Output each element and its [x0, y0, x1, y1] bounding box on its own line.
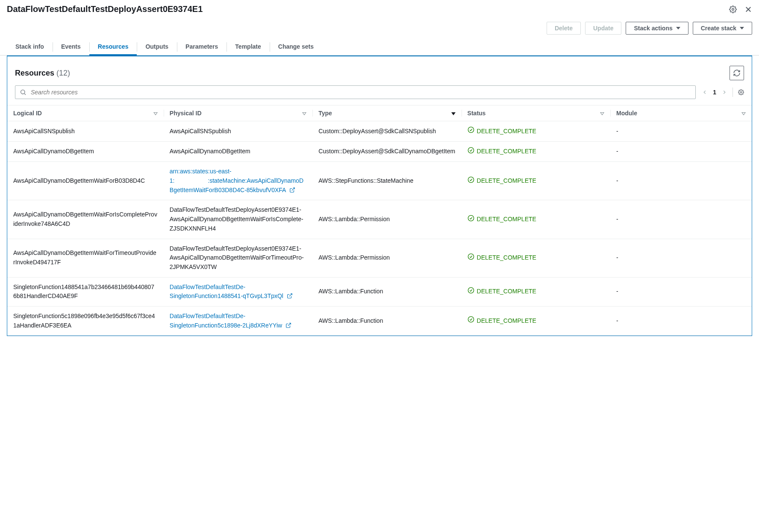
caret-down-icon — [740, 27, 744, 29]
col-physical-id-label: Physical ID — [170, 110, 202, 117]
stack-actions-label: Stack actions — [634, 25, 672, 32]
cell-status: DELETE_COMPLETE — [462, 121, 610, 142]
svg-line-12 — [289, 294, 292, 296]
tab-template[interactable]: Template — [227, 39, 269, 55]
cell-module: - — [610, 121, 752, 142]
status-text: DELETE_COMPLETE — [477, 253, 536, 263]
cell-status: DELETE_COMPLETE — [462, 277, 610, 306]
prev-page-icon[interactable] — [702, 89, 708, 95]
table-row: SingletonFunction5c1898e096fb4e3e95d5f6c… — [7, 306, 752, 335]
cell-module: - — [610, 141, 752, 162]
page-number: 1 — [713, 89, 716, 96]
cell-type: AWS::StepFunctions::StateMachine — [312, 162, 461, 200]
col-module[interactable]: Module — [610, 105, 752, 121]
status-badge: DELETE_COMPLETE — [468, 126, 536, 136]
col-module-label: Module — [616, 110, 637, 117]
table-row: AwsApiCallDynamoDBgetItemWaitForIsComple… — [7, 200, 752, 239]
cell-type: Custom::DeployAssert@SdkCallSNSpublish — [312, 121, 461, 142]
gear-icon[interactable] — [729, 6, 737, 13]
cell-logical-id: AwsApiCallDynamoDBgetItem — [7, 141, 164, 162]
cell-type: AWS::Lambda::Function — [312, 306, 461, 335]
svg-point-6 — [468, 127, 474, 132]
tab-events[interactable]: Events — [53, 39, 89, 55]
col-type-label: Type — [318, 110, 332, 117]
table-settings-icon[interactable] — [738, 89, 744, 95]
resources-count: (12) — [56, 69, 70, 77]
svg-point-10 — [468, 215, 474, 221]
col-physical-id[interactable]: Physical ID — [164, 105, 312, 121]
status-badge: DELETE_COMPLETE — [468, 253, 536, 263]
refresh-button[interactable] — [730, 66, 744, 80]
delete-button: Delete — [547, 22, 581, 35]
cell-logical-id: AwsApiCallSNSpublish — [7, 121, 164, 142]
table-row: SingletonFunction1488541a7b23466481b69b4… — [7, 277, 752, 306]
check-circle-icon — [468, 176, 474, 186]
status-text: DELETE_COMPLETE — [477, 287, 536, 296]
physical-id-link[interactable]: DataFlowTestDefaultTestDe-SingletonFunct… — [170, 313, 291, 329]
cell-logical-id: SingletonFunction5c1898e096fb4e3e95d5f6c… — [7, 306, 164, 335]
cell-logical-id: AwsApiCallDynamoDBgetItemWaitForB03D8D4C — [7, 162, 164, 200]
search-input-container[interactable] — [15, 85, 696, 99]
search-input[interactable] — [30, 88, 691, 96]
close-icon[interactable] — [744, 6, 752, 13]
resources-title-text: Resources — [15, 69, 54, 77]
divider — [733, 88, 733, 97]
status-badge: DELETE_COMPLETE — [468, 215, 536, 225]
external-link-icon — [288, 187, 295, 193]
cell-module: - — [610, 277, 752, 306]
check-circle-icon — [468, 126, 474, 136]
svg-point-5 — [740, 91, 742, 93]
tab-parameters[interactable]: Parameters — [177, 39, 227, 55]
sort-icon — [600, 112, 604, 115]
cell-physical-id[interactable]: DataFlowTestDefaultTestDe-SingletonFunct… — [164, 277, 312, 306]
cell-physical-id: AwsApiCallSNSpublish — [164, 121, 312, 142]
table-row: AwsApiCallDynamoDBgetItemWaitForB03D8D4C… — [7, 162, 752, 200]
status-text: DELETE_COMPLETE — [477, 215, 536, 224]
cell-module: - — [610, 239, 752, 277]
external-link-icon — [284, 322, 291, 329]
table-row: AwsApiCallDynamoDBgetItemAwsApiCallDynam… — [7, 141, 752, 162]
cell-logical-id: AwsApiCallDynamoDBgetItemWaitForTimeoutP… — [7, 239, 164, 277]
cell-module: - — [610, 306, 752, 335]
cell-type: AWS::Lambda::Function — [312, 277, 461, 306]
col-logical-id[interactable]: Logical ID — [7, 105, 164, 121]
physical-id-link[interactable]: arn:aws:states:us-east-1: :stateMachine:… — [170, 168, 303, 193]
check-circle-icon — [468, 287, 474, 297]
cell-status: DELETE_COMPLETE — [462, 162, 610, 200]
col-status[interactable]: Status — [462, 105, 610, 121]
cell-physical-id[interactable]: arn:aws:states:us-east-1: :stateMachine:… — [164, 162, 312, 200]
table-row: AwsApiCallDynamoDBgetItemWaitForTimeoutP… — [7, 239, 752, 277]
cell-status: DELETE_COMPLETE — [462, 239, 610, 277]
status-text: DELETE_COMPLETE — [477, 316, 536, 326]
tab-outputs[interactable]: Outputs — [137, 39, 177, 55]
table-row: AwsApiCallSNSpublishAwsApiCallSNSpublish… — [7, 121, 752, 142]
svg-line-4 — [24, 94, 26, 95]
tab-change-sets[interactable]: Change sets — [270, 39, 322, 55]
svg-point-3 — [21, 90, 25, 94]
next-page-icon[interactable] — [721, 89, 727, 95]
cell-module: - — [610, 162, 752, 200]
sort-icon — [741, 112, 746, 115]
stack-actions-button[interactable]: Stack actions — [626, 22, 688, 35]
sort-icon-active — [451, 112, 456, 115]
tab-stack-info[interactable]: Stack info — [7, 39, 53, 55]
cell-status: DELETE_COMPLETE — [462, 141, 610, 162]
caret-down-icon — [676, 27, 680, 29]
tab-resources[interactable]: Resources — [89, 39, 137, 55]
svg-line-8 — [291, 188, 294, 190]
cell-physical-id[interactable]: DataFlowTestDefaultTestDe-SingletonFunct… — [164, 306, 312, 335]
col-status-label: Status — [468, 110, 486, 117]
svg-point-0 — [732, 8, 734, 10]
status-badge: DELETE_COMPLETE — [468, 316, 536, 326]
create-stack-button[interactable]: Create stack — [693, 22, 752, 35]
physical-id-link[interactable]: DataFlowTestDefaultTestDe-SingletonFunct… — [170, 284, 293, 300]
check-circle-icon — [468, 316, 474, 326]
status-badge: DELETE_COMPLETE — [468, 287, 536, 297]
svg-point-13 — [468, 287, 474, 293]
sort-icon — [153, 112, 158, 115]
svg-point-9 — [468, 177, 474, 182]
check-circle-icon — [468, 215, 474, 225]
cell-module: - — [610, 200, 752, 239]
create-stack-label: Create stack — [701, 25, 736, 32]
col-type[interactable]: Type — [312, 105, 461, 121]
